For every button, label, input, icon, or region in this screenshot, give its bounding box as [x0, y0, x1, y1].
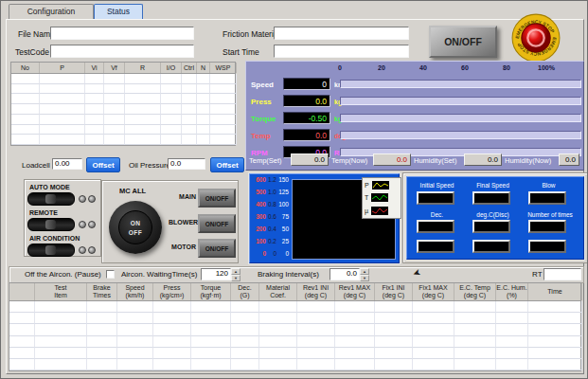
result-col-fix1-ini: Fix1 INI(deg C) — [375, 283, 413, 300]
empty-cell — [197, 125, 210, 135]
spin-up-icon[interactable]: ▲ — [231, 268, 241, 275]
auto-mode-lamps — [77, 195, 96, 203]
humidity-set-label: Humidity(Set) — [414, 156, 456, 166]
scale-tick: 100% — [533, 64, 560, 71]
loadcell-label: Loadcell — [22, 161, 50, 171]
torque-gauge-label: Torque — [251, 115, 276, 124]
spin-down-icon[interactable]: ▼ — [231, 275, 241, 281]
braking-interval-spinner[interactable]: ▲▼ — [360, 268, 369, 280]
file-name-input[interactable] — [50, 27, 194, 40]
empty-cell — [454, 313, 496, 324]
empty-cell — [104, 74, 125, 84]
friction-material-label: Friction Material — [223, 29, 279, 39]
aircon-pause-label: Off the Aircon. (Pause) — [25, 270, 101, 280]
empty-cell — [528, 324, 582, 335]
target-extra-display-2 — [472, 240, 510, 253]
auto-mode-toggle[interactable] — [27, 192, 75, 206]
mc-all-knob[interactable]: ON OFF — [109, 201, 162, 254]
empty-cell — [197, 135, 210, 145]
aircon-pause-checkbox[interactable] — [106, 270, 115, 279]
scale-tick: 20 — [370, 64, 393, 71]
legend-pressure: P — [365, 181, 399, 190]
graph-panel: 6001.2150 5001.0125 4000.8100 3000.675 2… — [249, 173, 400, 263]
waiting-time-input[interactable]: 120 — [201, 268, 231, 280]
loadcell-offset-button[interactable]: Offset — [86, 157, 120, 172]
disc-temp-label: deg.C(Disc) — [466, 211, 520, 219]
power-onoff-button[interactable]: ON/OFF — [429, 26, 497, 58]
spin-down-icon[interactable]: ▼ — [360, 275, 369, 281]
empty-cell — [85, 84, 104, 95]
temp-gauge-label: Temp — [251, 132, 271, 141]
empty-cell — [496, 348, 528, 359]
waiting-time-spinner[interactable]: ▲▼ — [231, 268, 241, 280]
empty-cell — [375, 336, 413, 348]
empty-cell — [496, 324, 528, 335]
empty-cell — [40, 94, 85, 104]
main-onoff-button[interactable]: ON/OFF — [198, 189, 236, 208]
dec-label: Dec. — [410, 211, 464, 219]
empty-cell — [182, 94, 197, 104]
legend-torque: T — [365, 193, 399, 202]
empty-cell — [35, 348, 87, 359]
lamp-icon — [79, 195, 86, 203]
friction-material-input[interactable] — [274, 27, 409, 40]
empty-cell — [191, 359, 231, 370]
press-gauge-label: Press — [251, 98, 272, 107]
mu-wave-icon — [371, 207, 388, 215]
emergency-stop-button[interactable]: EMERGENCY STOP EMERGENCY STOP — [511, 13, 561, 63]
start-time-input[interactable] — [274, 45, 409, 58]
final-speed-label: Final Speed — [466, 182, 520, 190]
axis-row: 6001.2150 — [251, 176, 291, 184]
empty-cell — [528, 301, 582, 313]
blow-label: Blow — [522, 182, 576, 190]
target-extra-display-3 — [528, 240, 566, 253]
empty-cell — [9, 348, 35, 359]
step-col-vf: Vf — [104, 63, 125, 73]
braking-interval-input[interactable]: 0.0 — [330, 268, 360, 280]
motor-onoff-button[interactable]: ON/OFF — [198, 239, 236, 258]
auto-mode-label: AUTO MODE — [29, 184, 70, 190]
empty-cell — [40, 74, 85, 84]
empty-cell — [182, 115, 197, 125]
empty-cell — [104, 125, 125, 135]
temp-set-value: 0.0 — [291, 153, 329, 166]
initial-speed-display — [417, 191, 454, 205]
empty-cell — [40, 125, 85, 135]
tab-configuration[interactable]: Configuration — [9, 4, 94, 20]
motor-label: MOTOR — [170, 244, 196, 250]
start-time-label: Start Time — [223, 47, 259, 57]
initial-speed-label: Initial Speed — [410, 182, 464, 190]
empty-cell — [35, 336, 87, 348]
braking-interval-label: Braking Interval(s) — [258, 270, 319, 280]
rt-input[interactable] — [543, 268, 581, 280]
empty-cell — [40, 135, 85, 145]
toggle-knob — [45, 245, 56, 255]
empty-cell — [85, 74, 104, 84]
step-table-body[interactable] — [10, 74, 236, 146]
empty-cell — [11, 125, 40, 135]
empty-cell — [9, 324, 35, 335]
empty-cell — [87, 301, 117, 313]
torque-gauge-display: -0.50 — [283, 112, 330, 124]
oil-pressure-offset-button[interactable]: Offset — [210, 157, 244, 172]
empty-cell — [9, 336, 35, 348]
remote-toggle[interactable] — [27, 218, 75, 231]
spin-up-icon[interactable]: ▲ — [360, 268, 369, 275]
blower-onoff-button[interactable]: ON/OFF — [198, 214, 236, 233]
mc-all-label: MC ALL — [119, 187, 146, 195]
empty-cell — [9, 313, 35, 324]
testcode-input[interactable] — [50, 45, 194, 58]
empty-cell — [161, 104, 182, 115]
empty-cell — [231, 336, 259, 348]
empty-cell — [161, 94, 182, 104]
tab-status[interactable]: Status — [94, 4, 143, 20]
empty-cell — [182, 104, 197, 115]
result-table-body[interactable] — [9, 301, 581, 371]
empty-cell — [454, 336, 496, 348]
air-condition-toggle[interactable] — [27, 244, 75, 257]
air-condition-lamps — [77, 246, 96, 254]
disc-temp-display — [472, 220, 510, 233]
result-col-brake-times: BrakeTimes — [87, 283, 117, 300]
temp-now-value: 0.0 — [373, 153, 411, 166]
speed-bar — [340, 80, 581, 88]
